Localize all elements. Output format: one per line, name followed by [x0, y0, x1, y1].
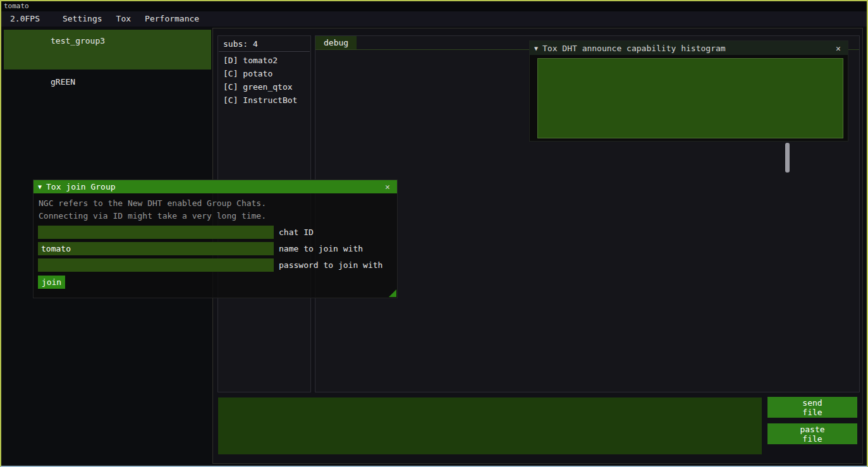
paste-file-button[interactable]: paste file: [767, 423, 857, 444]
group-name: gREEN: [51, 77, 75, 87]
tab-debug[interactable]: debug: [315, 36, 357, 49]
join-description: NGC refers to the New DHT enabled Group …: [34, 193, 397, 222]
join-name-label: name to join with: [279, 244, 363, 253]
titlebar: tomato: [1, 1, 867, 11]
group-name: test_group3: [51, 36, 105, 45]
chat-id-input[interactable]: [38, 226, 274, 239]
menu-tox[interactable]: Tox: [109, 11, 138, 27]
group-list: test_group3 gREEN: [4, 30, 211, 112]
member-item-potato[interactable]: [C] potato: [218, 67, 310, 80]
send-file-button[interactable]: send file: [767, 397, 857, 418]
join-window-title: Tox join Group: [46, 182, 382, 191]
chat-id-label: chat ID: [279, 227, 314, 237]
close-icon[interactable]: ✕: [382, 182, 393, 191]
join-window-titlebar[interactable]: ▼ Tox join Group ✕: [34, 180, 397, 193]
chat-scrollbar[interactable]: [785, 143, 790, 173]
join-password-input[interactable]: [38, 258, 274, 272]
member-item-tomato2[interactable]: [D] tomato2: [218, 54, 310, 67]
field-row-name: name to join with: [38, 242, 393, 255]
join-description-line1: NGC refers to the New DHT enabled Group …: [39, 197, 392, 210]
collapse-arrow-icon[interactable]: ▼: [534, 45, 538, 52]
separator: [219, 51, 310, 52]
histogram-plot: [537, 58, 843, 138]
member-item-instructbot[interactable]: [C] InstructBot: [218, 94, 310, 107]
menu-performance[interactable]: Performance: [138, 11, 206, 27]
menu-settings[interactable]: Settings: [56, 11, 109, 27]
join-group-window: ▼ Tox join Group ✕ NGC refers to the New…: [33, 179, 398, 298]
join-description-line2: Connecting via ID might take a very long…: [39, 210, 392, 222]
message-input[interactable]: [218, 397, 762, 454]
field-row-password: password to join with: [38, 258, 393, 272]
app-window: tomato 2.0FPS Settings Tox Performance t…: [0, 0, 868, 467]
close-icon[interactable]: ✕: [833, 44, 843, 53]
field-row-chat-id: chat ID: [38, 226, 393, 239]
join-button[interactable]: join: [38, 276, 65, 289]
histogram-window-titlebar[interactable]: ▼ Tox DHT announce capability histogram …: [530, 41, 848, 55]
members-count: subs: 4: [218, 36, 310, 51]
histogram-window: ▼ Tox DHT announce capability histogram …: [529, 40, 848, 142]
join-password-label: password to join with: [279, 260, 382, 270]
member-item-green-qtox[interactable]: [C] green_qtox: [218, 80, 310, 94]
window-title: tomato: [4, 2, 29, 10]
group-item-green[interactable]: gREEN: [4, 71, 211, 111]
histogram-window-title: Tox DHT announce capability histogram: [542, 44, 833, 53]
group-item-test-group3[interactable]: test_group3: [4, 30, 211, 70]
join-name-input[interactable]: [38, 242, 274, 255]
collapse-arrow-icon[interactable]: ▼: [38, 183, 42, 190]
fps-indicator: 2.0FPS: [3, 11, 47, 27]
menubar: 2.0FPS Settings Tox Performance: [1, 11, 867, 27]
resize-grip[interactable]: [389, 289, 396, 297]
